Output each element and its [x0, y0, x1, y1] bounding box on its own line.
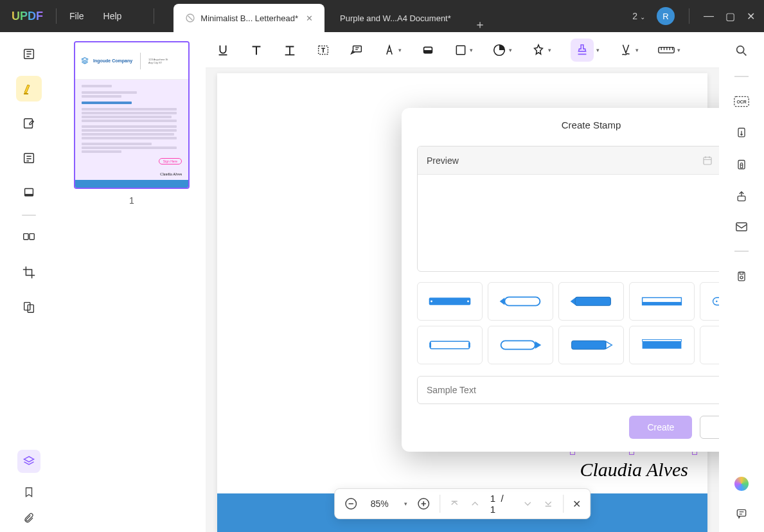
highlight-tool[interactable] — [16, 76, 42, 102]
search-button[interactable] — [734, 44, 749, 58]
tab-1[interactable]: Minimalist B... Letterhead* ✕ — [173, 4, 324, 32]
avatar[interactable]: R — [657, 7, 675, 25]
signature-tool[interactable]: ▾ — [619, 42, 639, 58]
maximize-icon[interactable]: ▢ — [725, 10, 735, 22]
stamp-shape-5[interactable] — [700, 282, 719, 321]
email-button[interactable] — [734, 221, 749, 233]
underline-tool[interactable] — [216, 43, 230, 57]
svg-point-44 — [737, 46, 744, 53]
stamp-shape-3[interactable] — [558, 282, 624, 321]
zoom-dropdown[interactable]: ▾ — [404, 501, 407, 507]
right-rail: OCR — [719, 32, 764, 532]
svg-rect-6 — [24, 234, 28, 240]
crop-tool[interactable] — [16, 260, 42, 285]
eraser-tool[interactable] — [421, 43, 435, 57]
svg-rect-34 — [431, 341, 470, 348]
svg-rect-2 — [24, 119, 33, 129]
pencil-tool[interactable]: ▾ — [383, 43, 402, 57]
svg-marker-24 — [500, 297, 505, 305]
svg-point-32 — [716, 301, 717, 302]
edit-tool[interactable] — [16, 111, 42, 136]
last-page-button[interactable] — [542, 498, 554, 510]
svg-marker-36 — [535, 341, 542, 348]
svg-marker-26 — [571, 297, 576, 305]
create-button[interactable]: Create — [629, 416, 692, 439]
stamp-shape-2[interactable] — [488, 282, 553, 321]
stamp-shape-8[interactable] — [558, 326, 624, 364]
ocr-button[interactable]: OCR — [734, 95, 749, 108]
stamp-shape-10[interactable] — [700, 326, 719, 364]
tab-2[interactable]: Purple and W...A4 Document* — [328, 4, 463, 32]
text-tool[interactable] — [249, 43, 263, 57]
svg-point-22 — [431, 301, 432, 303]
first-page-button[interactable] — [449, 498, 461, 510]
convert-button[interactable] — [735, 126, 748, 140]
share-button[interactable] — [735, 190, 748, 203]
create-stamp-dialog: Create Stamp Preview — [402, 108, 719, 452]
window-count[interactable]: 2 ⌄ — [632, 11, 645, 21]
calendar-icon[interactable] — [702, 155, 713, 166]
svg-rect-25 — [504, 297, 540, 305]
compare-tool[interactable] — [16, 294, 42, 320]
zoom-bar: 85% ▾ 1 / 1 ✕ — [334, 488, 591, 519]
typewriter-tool[interactable] — [283, 43, 297, 57]
svg-marker-38 — [606, 341, 612, 348]
save-button[interactable] — [735, 270, 748, 284]
prev-page-button[interactable] — [470, 498, 481, 510]
minimize-icon[interactable]: — — [704, 10, 714, 22]
menu-help[interactable]: Help — [103, 11, 122, 21]
preview-area — [418, 175, 719, 271]
thumb-sign-here: Sign Here — [159, 158, 182, 164]
document-tabs: Minimalist B... Letterhead* ✕ Purple and… — [173, 0, 485, 32]
stamp-shape-4[interactable] — [629, 282, 695, 321]
next-page-button[interactable] — [522, 498, 533, 510]
form-tool[interactable] — [16, 145, 42, 171]
measure-tool[interactable]: ▾ — [658, 44, 680, 56]
textbox-tool[interactable] — [316, 43, 330, 57]
comment-panel-button[interactable] — [735, 508, 748, 520]
shape-tool[interactable]: ▾ — [454, 44, 473, 57]
svg-rect-7 — [30, 234, 34, 240]
preview-label: Preview — [427, 155, 459, 166]
cancel-button[interactable]: Cancel — [700, 416, 719, 439]
stamp-shape-grid — [402, 272, 719, 364]
reader-tool[interactable] — [16, 41, 42, 67]
theme-button[interactable] — [734, 477, 749, 491]
attachment-button[interactable] — [23, 511, 35, 524]
menu-file[interactable]: File — [69, 11, 84, 21]
bookmark-button[interactable] — [23, 486, 35, 499]
svg-point-23 — [467, 301, 469, 303]
protect-button[interactable] — [735, 158, 748, 172]
stamp-text-input[interactable] — [417, 376, 719, 404]
redact-tool[interactable] — [16, 180, 42, 206]
zoom-percent[interactable]: 85% — [371, 499, 389, 509]
page-indicator[interactable]: 1 / 1 — [490, 493, 513, 515]
callout-tool[interactable] — [350, 43, 364, 57]
left-rail — [0, 32, 58, 532]
svg-text:OCR: OCR — [736, 100, 746, 104]
svg-rect-35 — [501, 341, 535, 349]
close-zoombar-button[interactable]: ✕ — [573, 498, 581, 510]
zoom-in-button[interactable] — [416, 497, 431, 511]
sticker-tool[interactable]: ▾ — [492, 43, 512, 57]
add-tab-button[interactable]: ＋ — [474, 17, 486, 32]
close-icon[interactable]: ✕ — [306, 13, 313, 23]
organize-tool[interactable] — [16, 225, 42, 251]
stamp-tool[interactable]: ▾ — [571, 39, 600, 62]
svg-point-53 — [740, 276, 743, 279]
svg-rect-5 — [25, 194, 33, 197]
stamp-shape-7[interactable] — [488, 326, 553, 364]
page-thumbnail-1[interactable]: Ingoude Company 123 Anywhere StAny City … — [74, 41, 190, 189]
stamp-shape-6[interactable] — [417, 326, 483, 364]
svg-rect-27 — [575, 297, 610, 305]
layers-button[interactable] — [17, 450, 40, 473]
eraser-icon — [185, 13, 195, 23]
document-area: ▾ ▾ ▾ ▾ ▾ ▾ ▾ tionery). That heading des… — [206, 32, 719, 532]
stamp-shape-9[interactable] — [629, 326, 695, 364]
zoom-out-button[interactable] — [344, 497, 358, 511]
thumbnail-page-number: 1 — [129, 195, 134, 206]
pin-tool[interactable]: ▾ — [531, 43, 551, 57]
svg-rect-54 — [740, 272, 743, 274]
close-window-icon[interactable]: ✕ — [747, 10, 755, 22]
stamp-shape-1[interactable] — [417, 282, 483, 321]
